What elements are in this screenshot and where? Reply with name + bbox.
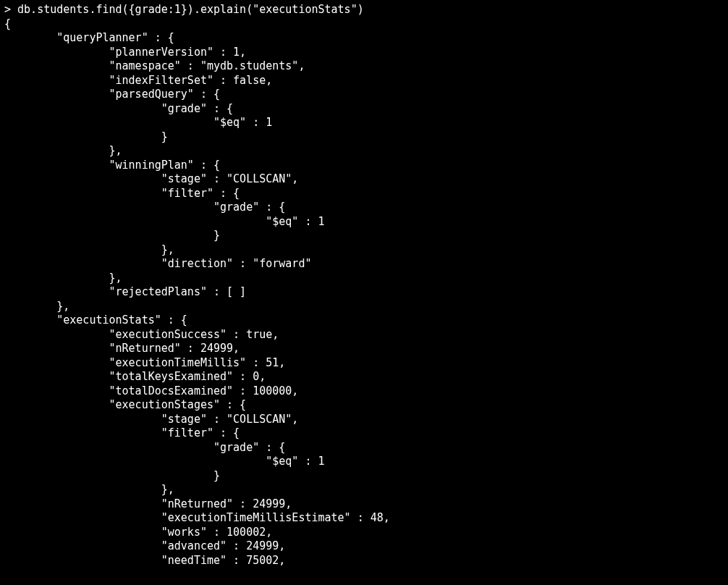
terminal[interactable]: > db.students.find({grade:1}).explain("e…	[0, 0, 728, 571]
command-line: db.students.find({grade:1}).explain("exe…	[17, 3, 364, 16]
shell-prompt: >	[4, 3, 17, 16]
command-output: { "queryPlanner" : { "plannerVersion" : …	[4, 17, 390, 567]
